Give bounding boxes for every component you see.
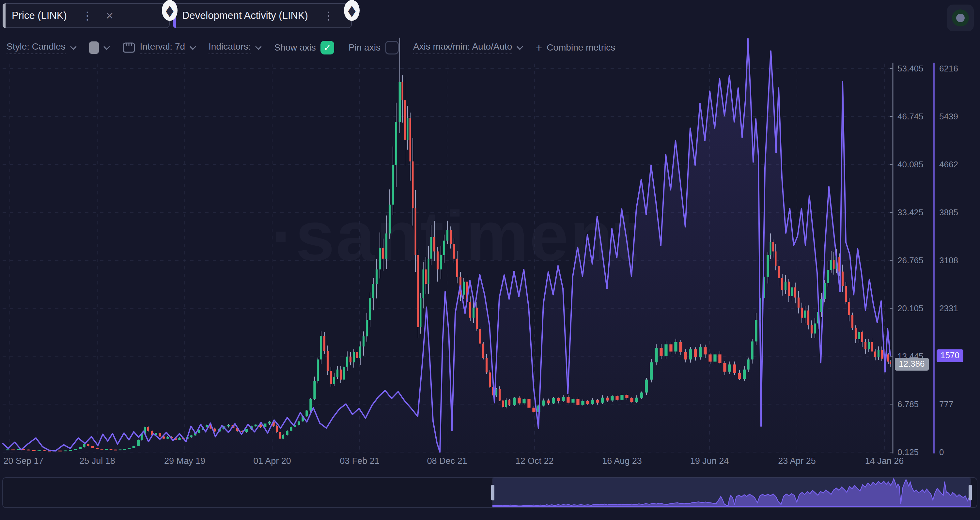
pin-axis-checkbox[interactable] (385, 41, 399, 54)
chart-toolbar: Style: Candles Interval: 7d Indicators: … (0, 38, 980, 57)
ethereum-icon: ◆ (348, 3, 355, 18)
chart-workspace: ·santiment 53.40546.74540.08533.42526.76… (0, 0, 980, 520)
close-icon[interactable]: × (106, 10, 113, 22)
combine-metrics-button[interactable]: + Combine metrics (536, 41, 615, 54)
pin-axis-toggle[interactable]: Pin axis (348, 41, 399, 54)
style-dropdown-label: Style: Candles (6, 41, 65, 54)
show-axis-label: Show axis (274, 42, 316, 53)
eth-asset-badge: ◆ (344, 0, 360, 21)
chevron-down-icon (70, 43, 76, 50)
plus-icon: + (536, 41, 542, 54)
status-ring-icon (952, 10, 969, 26)
interval-icon (123, 41, 135, 54)
show-axis-checkbox[interactable]: ✓ (320, 41, 334, 54)
pin-axis-label: Pin axis (348, 42, 380, 53)
chevron-down-icon (189, 43, 196, 50)
kebab-menu-icon[interactable]: ⋮ (82, 10, 93, 21)
interval-dropdown-label: Interval: 7d (140, 41, 185, 54)
combine-metrics-label: Combine metrics (547, 42, 615, 53)
main-chart-canvas[interactable] (0, 0, 980, 520)
chevron-down-icon (517, 43, 523, 50)
show-axis-toggle[interactable]: Show axis ✓ (274, 41, 334, 54)
axis-maxmin-label: Axis max/min: Auto/Auto (413, 41, 512, 54)
color-swatch-dropdown[interactable] (89, 41, 108, 54)
navigator-handle-right[interactable] (969, 485, 972, 501)
tab-label: Development Activity (LINK) (182, 10, 308, 22)
ethereum-icon: ◆ (166, 3, 173, 18)
style-dropdown[interactable]: Style: Candles (6, 41, 75, 54)
axis-maxmin-dropdown[interactable]: Axis max/min: Auto/Auto (413, 41, 521, 54)
interval-dropdown[interactable]: Interval: 7d (123, 41, 194, 54)
series-color-swatch (89, 41, 99, 54)
navigator-handle-left[interactable] (491, 485, 495, 501)
status-widget-button[interactable] (947, 5, 974, 31)
tab-accent-bar (3, 3, 6, 28)
indicators-dropdown[interactable]: Indicators: (208, 41, 260, 54)
chevron-down-icon (255, 43, 262, 50)
kebab-menu-icon[interactable]: ⋮ (323, 10, 334, 21)
chevron-down-icon (103, 43, 110, 50)
check-icon: ✓ (323, 42, 331, 53)
dev-activity-area (3, 38, 890, 453)
metric-tab-price[interactable]: Price (LINK) ⋮ × (3, 3, 170, 28)
eth-asset-badge: ◆ (162, 0, 178, 21)
top-bar: Price (LINK) ⋮ × ◆ Development Activity … (0, 0, 980, 33)
tab-label: Price (LINK) (12, 10, 67, 22)
metric-tab-dev-activity[interactable]: Development Activity (LINK) ⋮ × (173, 3, 352, 28)
indicators-dropdown-label: Indicators: (208, 41, 251, 54)
navigator[interactable] (3, 478, 977, 507)
